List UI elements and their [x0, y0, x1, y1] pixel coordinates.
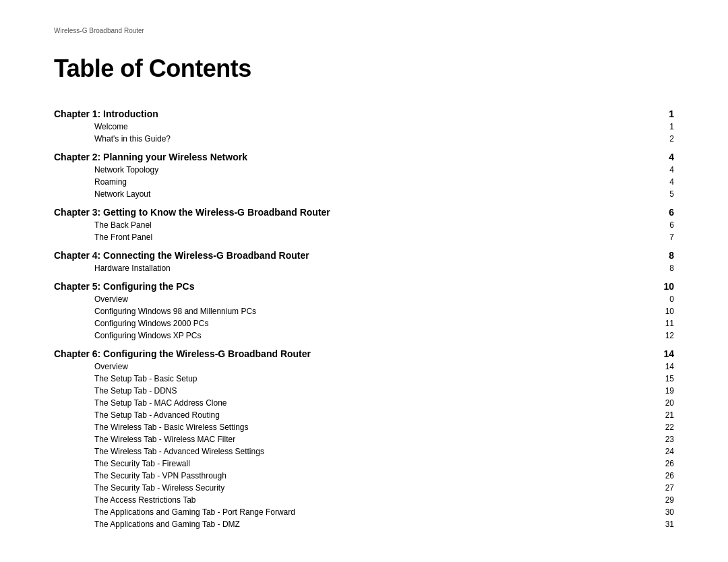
toc-entry-label: The Setup Tab - DDNS	[54, 385, 581, 397]
toc-entry-label: Roaming	[54, 176, 581, 188]
toc-entry-label: Overview	[54, 293, 581, 305]
toc-entry-page: 26	[581, 470, 674, 482]
toc-title: Table of Contents	[54, 55, 674, 83]
chapter-row: Chapter 4: Connecting the Wireless-G Bro…	[54, 243, 674, 262]
toc-entry-page: 6	[581, 219, 674, 231]
sub-row: The Setup Tab - MAC Address Clone20	[54, 397, 674, 409]
sub-row: The Front Panel7	[54, 231, 674, 243]
toc-entry-page: 14	[581, 361, 674, 373]
sub-row: The Wireless Tab - Advanced Wireless Set…	[54, 445, 674, 458]
toc-entry-label: Welcome	[54, 121, 581, 133]
toc-entry-page: 4	[581, 176, 674, 188]
toc-entry-page: 11	[581, 317, 674, 330]
sub-row: Overview14	[54, 361, 674, 373]
chapter-row: Chapter 5: Configuring the PCs10	[54, 274, 674, 293]
toc-entry-label: Network Layout	[54, 188, 581, 200]
toc-entry-label: The Security Tab - VPN Passthrough	[54, 470, 581, 482]
sub-row: What's in this Guide?2	[54, 133, 674, 145]
sub-row: The Access Restrictions Tab29	[54, 494, 674, 506]
toc-entry-label: Chapter 3: Getting to Know the Wireless-…	[54, 200, 581, 219]
sub-row: The Setup Tab - Advanced Routing21	[54, 409, 674, 421]
toc-entry-page: 5	[581, 188, 674, 200]
toc-entry-label: The Access Restrictions Tab	[54, 494, 581, 506]
toc-entry-label: The Wireless Tab - Wireless MAC Filter	[54, 433, 581, 445]
toc-entry-page: 23	[581, 433, 674, 445]
toc-entry-page: 1	[581, 102, 674, 121]
toc-entry-label: Configuring Windows XP PCs	[54, 330, 581, 342]
toc-entry-page: 21	[581, 409, 674, 421]
page-label: Wireless-G Broadband Router	[54, 27, 674, 34]
sub-row: The Security Tab - VPN Passthrough26	[54, 470, 674, 482]
toc-entry-page: 24	[581, 445, 674, 458]
toc-entry-label: The Setup Tab - Advanced Routing	[54, 409, 581, 421]
toc-entry-page: 14	[581, 342, 674, 361]
chapter-row: Chapter 2: Planning your Wireless Networ…	[54, 145, 674, 164]
toc-entry-page: 10	[581, 274, 674, 293]
toc-table: Chapter 1: Introduction1Welcome1What's i…	[54, 102, 674, 530]
sub-row: The Back Panel6	[54, 219, 674, 231]
toc-entry-page: 19	[581, 385, 674, 397]
sub-row: The Setup Tab - Basic Setup15	[54, 373, 674, 385]
sub-row: The Setup Tab - DDNS19	[54, 385, 674, 397]
toc-entry-label: Overview	[54, 361, 581, 373]
toc-entry-label: The Security Tab - Wireless Security	[54, 482, 581, 494]
toc-entry-page: 29	[581, 494, 674, 506]
sub-row: The Applications and Gaming Tab - Port R…	[54, 506, 674, 518]
sub-row: Configuring Windows XP PCs12	[54, 330, 674, 342]
toc-entry-label: The Security Tab - Firewall	[54, 458, 581, 470]
sub-row: The Security Tab - Wireless Security27	[54, 482, 674, 494]
toc-entry-page: 26	[581, 458, 674, 470]
toc-entry-label: Configuring Windows 98 and Millennium PC…	[54, 305, 581, 317]
toc-entry-label: The Setup Tab - Basic Setup	[54, 373, 581, 385]
toc-entry-label: Chapter 5: Configuring the PCs	[54, 274, 581, 293]
toc-entry-page: 2	[581, 133, 674, 145]
toc-entry-label: The Back Panel	[54, 219, 581, 231]
toc-entry-label: Chapter 4: Connecting the Wireless-G Bro…	[54, 243, 581, 262]
toc-entry-label: The Setup Tab - MAC Address Clone	[54, 397, 581, 409]
sub-row: Hardware Installation8	[54, 262, 674, 274]
toc-entry-page: 20	[581, 397, 674, 409]
toc-entry-page: 12	[581, 330, 674, 342]
toc-entry-page: 8	[581, 243, 674, 262]
toc-entry-label: Hardware Installation	[54, 262, 581, 274]
toc-entry-label: The Applications and Gaming Tab - Port R…	[54, 506, 581, 518]
toc-entry-label: The Applications and Gaming Tab - DMZ	[54, 518, 581, 530]
toc-entry-page: 10	[581, 305, 674, 317]
sub-row: The Wireless Tab - Basic Wireless Settin…	[54, 421, 674, 433]
toc-entry-page: 15	[581, 373, 674, 385]
toc-entry-label: Chapter 6: Configuring the Wireless-G Br…	[54, 342, 581, 361]
toc-entry-label: The Front Panel	[54, 231, 581, 243]
toc-entry-label: Network Topology	[54, 164, 581, 176]
sub-row: Welcome1	[54, 121, 674, 133]
toc-entry-page: 7	[581, 231, 674, 243]
toc-entry-page: 22	[581, 421, 674, 433]
toc-entry-page: 8	[581, 262, 674, 274]
toc-entry-label: Chapter 2: Planning your Wireless Networ…	[54, 145, 581, 164]
sub-row: Configuring Windows 98 and Millennium PC…	[54, 305, 674, 317]
toc-entry-label: Chapter 1: Introduction	[54, 102, 581, 121]
toc-entry-label: The Wireless Tab - Advanced Wireless Set…	[54, 445, 581, 458]
sub-row: Network Layout5	[54, 188, 674, 200]
toc-entry-label: Configuring Windows 2000 PCs	[54, 317, 581, 330]
toc-entry-page: 1	[581, 121, 674, 133]
toc-entry-page: 0	[581, 293, 674, 305]
toc-entry-page: 30	[581, 506, 674, 518]
sub-row: Configuring Windows 2000 PCs11	[54, 317, 674, 330]
toc-entry-page: 4	[581, 145, 674, 164]
sub-row: Network Topology4	[54, 164, 674, 176]
sub-row: Overview0	[54, 293, 674, 305]
sub-row: The Applications and Gaming Tab - DMZ31	[54, 518, 674, 530]
toc-entry-label: The Wireless Tab - Basic Wireless Settin…	[54, 421, 581, 433]
sub-row: The Wireless Tab - Wireless MAC Filter23	[54, 433, 674, 445]
toc-entry-page: 6	[581, 200, 674, 219]
toc-entry-label: What's in this Guide?	[54, 133, 581, 145]
sub-row: Roaming4	[54, 176, 674, 188]
sub-row: The Security Tab - Firewall26	[54, 458, 674, 470]
toc-entry-page: 27	[581, 482, 674, 494]
chapter-row: Chapter 1: Introduction1	[54, 102, 674, 121]
toc-entry-page: 31	[581, 518, 674, 530]
chapter-row: Chapter 3: Getting to Know the Wireless-…	[54, 200, 674, 219]
toc-entry-page: 4	[581, 164, 674, 176]
chapter-row: Chapter 6: Configuring the Wireless-G Br…	[54, 342, 674, 361]
